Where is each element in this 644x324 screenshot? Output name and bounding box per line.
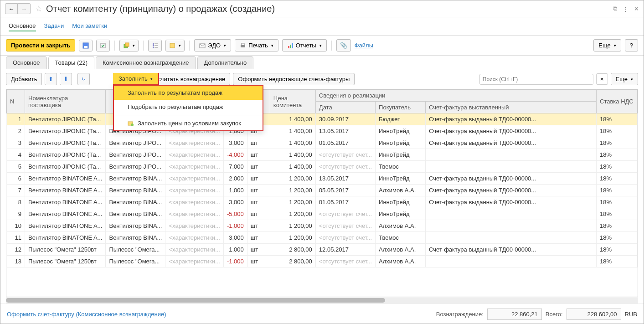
cell-nom-supplier[interactable]: Пылесос "Омега" 1250вт [25,256,106,267]
cell-date[interactable]: <отсутствует счет... [315,161,375,173]
print-button[interactable]: Печать▾ [235,39,278,51]
cell-invoice[interactable] [426,149,597,161]
cell-qty[interactable]: 3,000 [223,232,247,244]
cell-buyer[interactable]: ИнноТрейд [376,173,426,185]
submit-close-button[interactable]: Провести и закрыть [6,39,75,51]
cell-unit[interactable]: шт [247,208,270,220]
cell-nom-supplier[interactable]: Вентилятор BINATONE A... [25,173,106,185]
back-button[interactable]: ← [5,3,18,14]
cell-n[interactable]: 11 [7,232,25,244]
cell-vat[interactable]: 18% [597,113,638,125]
cell-nom-supplier[interactable]: Вентилятор JIPONIC (Та... [25,113,106,125]
cell-char[interactable]: <характеристики... [165,244,224,256]
data-grid[interactable]: N Номенклатура поставщика Ед. изм. Цена … [6,89,638,297]
horizontal-scrollbar[interactable] [6,297,638,303]
table-row[interactable]: 5Вентилятор JIPONIC (Та...Вентилятор JIP… [7,161,638,173]
more-button[interactable]: Еще▾ [593,39,621,51]
tab-main[interactable]: Основное [6,56,47,69]
cell-price[interactable]: 1 200,00 [270,208,315,220]
cell-nom-supplier[interactable]: Вентилятор JIPONIC (Та... [25,137,106,149]
cell-qty[interactable]: -1,000 [223,220,247,232]
col-invoice[interactable]: Счет-фактура выставленный [426,102,597,113]
cell-date[interactable]: 13.05.2017 [315,125,375,137]
cell-nom[interactable]: Вентилятор BINA... [106,208,165,220]
cell-unit[interactable]: шт [247,256,270,267]
cell-invoice[interactable] [426,208,597,220]
cell-date[interactable]: <отсутствует счет... [315,256,375,267]
menu-fill-by-sales[interactable]: Заполнить по результатам продаж [114,86,263,100]
menu-fill-prices[interactable]: Заполнить цены по условиям закупок [114,116,263,130]
cell-invoice[interactable]: Счет-фактура выданный ТД00-00000... [426,173,597,185]
cell-date[interactable]: 01.05.2017 [315,137,375,149]
cell-qty[interactable]: -1,000 [223,256,247,267]
fill-dropdown-button[interactable]: Заполнить▾ [113,73,159,85]
cell-price[interactable]: 1 400,00 [270,161,315,173]
cell-invoice[interactable]: Счет-фактура выданный ТД00-00000... [426,125,597,137]
menu-select-by-sales[interactable]: Подобрать по результатам продаж [114,100,263,114]
cell-vat[interactable]: 18% [597,244,638,256]
cell-date[interactable]: <отсутствует счет... [315,208,375,220]
tab-commission[interactable]: Комиссионное вознаграждение [96,56,196,69]
cell-invoice[interactable]: Счет-фактура выданный ТД00-00000... [426,137,597,149]
issue-invoice-link[interactable]: Оформить счет-фактуру (Комиссионное возн… [7,311,166,318]
cell-buyer[interactable]: Алхимов А.А. [376,244,426,256]
cell-invoice[interactable]: Счет-фактура выданный ТД00-00000... [426,185,597,196]
cell-price[interactable]: 1 200,00 [270,196,315,208]
cell-nom-supplier[interactable]: Вентилятор BINATONE A... [25,232,106,244]
nav-tab-main[interactable]: Основное [9,21,36,31]
cell-buyer[interactable]: ИнноТрейд [376,149,426,161]
cell-buyer[interactable]: ИнноТрейд [376,137,426,149]
cell-invoice[interactable] [426,232,597,244]
distribute-button[interactable]: ⤿ [77,73,90,85]
cell-qty[interactable]: 2,000 [223,173,247,185]
cell-buyer[interactable]: Алхимов А.А. [376,185,426,196]
cell-price[interactable]: 1 400,00 [270,125,315,137]
cell-n[interactable]: 10 [7,220,25,232]
cell-qty[interactable]: 7,000 [223,161,247,173]
cell-invoice[interactable]: Счет-фактура выданный ТД00-00000... [426,244,597,256]
cell-qty[interactable]: -5,000 [223,208,247,220]
cell-unit[interactable]: шт [247,173,270,185]
cell-char[interactable]: <характеристики... [165,208,224,220]
cell-nom[interactable]: Вентилятор JIPO... [106,149,165,161]
cell-vat[interactable]: 18% [597,161,638,173]
cell-buyer[interactable]: Твемос [376,161,426,173]
tab-extra[interactable]: Дополнительно [197,56,254,69]
attach-button[interactable]: 📎 [336,39,351,51]
reports-button[interactable]: Отчеты▾ [282,39,327,51]
cell-n[interactable]: 5 [7,161,25,173]
post-button[interactable] [96,40,110,51]
cell-vat[interactable]: 18% [597,125,638,137]
cell-buyer[interactable]: ИнноТрейд [376,208,426,220]
cell-n[interactable]: 13 [7,256,25,267]
cell-buyer[interactable]: Алхимов А.А. [376,256,426,267]
cell-qty[interactable]: 1,000 [223,185,247,196]
table-row[interactable]: 12Пылесос "Омега" 1250втПылесос "Омега..… [7,244,638,256]
cell-char[interactable]: <характеристики... [165,220,224,232]
cell-nom[interactable]: Вентилятор BINA... [106,185,165,196]
cell-price[interactable]: 1 200,00 [270,220,315,232]
cell-vat[interactable]: 18% [597,173,638,185]
edo-button[interactable]: ЭДО▾ [194,39,231,51]
cell-vat[interactable]: 18% [597,256,638,267]
cell-price[interactable]: 1 200,00 [270,185,315,196]
cell-nom-supplier[interactable]: Вентилятор JIPONIC (Та... [25,125,106,137]
table-row[interactable]: 8Вентилятор BINATONE A...Вентилятор BINA… [7,196,638,208]
cell-price[interactable]: 1 200,00 [270,173,315,185]
files-link[interactable]: Файлы [355,42,373,49]
cell-invoice[interactable]: Счет-фактура выданный ТД00-00000... [426,113,597,125]
forward-button[interactable]: → [18,3,31,14]
cell-vat[interactable]: 18% [597,232,638,244]
cell-nom-supplier[interactable]: Вентилятор BINATONE A... [25,208,106,220]
cell-n[interactable]: 1 [7,113,25,125]
nav-tab-notes[interactable]: Мои заметки [72,21,107,31]
cell-n[interactable]: 4 [7,149,25,161]
table-row[interactable]: 4Вентилятор JIPONIC (Та...Вентилятор JIP… [7,149,638,161]
table-row[interactable]: 3Вентилятор JIPONIC (Та...Вентилятор JIP… [7,137,638,149]
cell-date[interactable]: <отсутствует счет... [315,220,375,232]
cell-unit[interactable]: шт [247,196,270,208]
table-row[interactable]: 2Вентилятор JIPONIC (Та...Вентилятор JIP… [7,125,638,137]
cell-vat[interactable]: 18% [597,137,638,149]
cell-unit[interactable]: шт [247,185,270,196]
cell-nom[interactable]: Пылесос "Омега... [106,256,165,267]
